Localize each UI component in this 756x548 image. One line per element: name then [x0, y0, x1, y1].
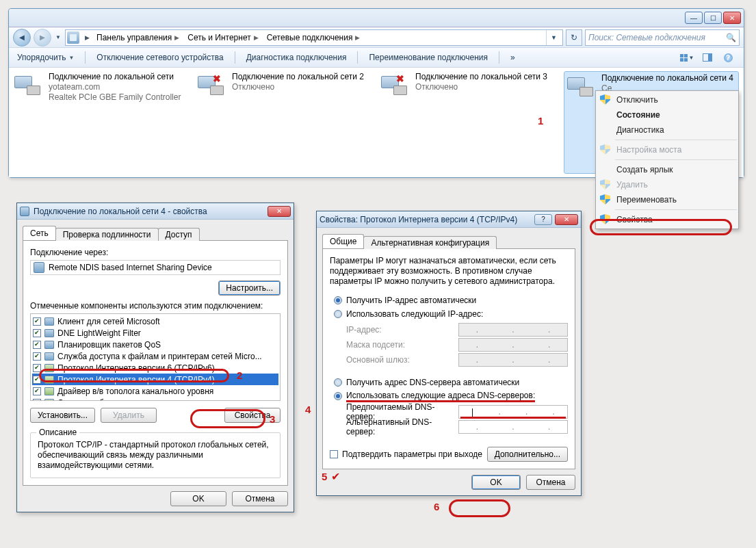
- search-icon: 🔍: [726, 33, 736, 42]
- more-commands[interactable]: »: [508, 53, 518, 62]
- help-button[interactable]: ?: [534, 214, 552, 225]
- chevron-right-icon: ▶: [82, 34, 92, 41]
- connection-item[interactable]: ✖ Подключение по локальной сети 3 Отключ…: [381, 72, 552, 173]
- nav-history-dropdown[interactable]: ▼: [54, 29, 62, 47]
- minimize-button[interactable]: —: [685, 12, 703, 24]
- component-icon: [44, 352, 54, 361]
- view-mode-button[interactable]: ▼: [677, 50, 697, 65]
- alternate-dns-input[interactable]: ...: [458, 420, 568, 434]
- help-button[interactable]: ?: [718, 50, 738, 65]
- ok-button[interactable]: OK: [170, 491, 226, 506]
- maximize-button[interactable]: ☐: [704, 12, 722, 24]
- component-icon: [44, 364, 54, 372]
- tabs: Сеть Проверка подлинности Доступ: [23, 225, 288, 240]
- address-bar: ◄ ► ▼ ▶ Панель управления ▶ Сеть и Интер…: [9, 27, 744, 47]
- component-item[interactable]: DNE LightWeight Filter: [32, 327, 278, 339]
- checkbox-checked-icon[interactable]: [33, 376, 41, 384]
- close-button[interactable]: ✕: [723, 12, 741, 24]
- component-item-selected[interactable]: Протокол Интернета версии 4 (TCP/IPv4): [32, 374, 278, 385]
- ok-button[interactable]: OK: [471, 475, 521, 490]
- component-icon: [44, 317, 54, 326]
- radio-dns-auto[interactable]: Получить адрес DNS-сервера автоматически: [334, 376, 568, 389]
- ctx-status[interactable]: Состояние: [596, 107, 738, 122]
- component-item[interactable]: Драйвер в/в тополога канального уровня: [32, 385, 278, 397]
- breadcrumb[interactable]: ▶ Панель управления ▶ Сеть и Интернет ▶ …: [65, 29, 563, 46]
- organize-menu[interactable]: Упорядочить ▼: [14, 53, 77, 62]
- preview-pane-button[interactable]: [697, 50, 718, 65]
- close-button[interactable]: ✕: [555, 214, 578, 225]
- checkbox-checked-icon[interactable]: [33, 317, 41, 326]
- tab-general[interactable]: Общие: [322, 234, 364, 248]
- ctx-label: Создать ярлык: [616, 165, 673, 174]
- connection-properties-dialog: Подключение по локальной сети 4 - свойст…: [16, 203, 294, 512]
- tab-label: Доступ: [166, 230, 192, 239]
- shield-icon: [600, 179, 610, 190]
- ip-input-disabled: ...: [458, 353, 568, 367]
- dialog-title: Свойства: Протокол Интернета версии 4 (T…: [320, 215, 517, 224]
- forward-button[interactable]: ►: [34, 29, 51, 47]
- ctx-diagnose[interactable]: Диагностика: [596, 122, 738, 138]
- separator: [357, 51, 358, 64]
- connection-item[interactable]: ✖ Подключение по локальной сети 2 Отключ…: [198, 72, 369, 173]
- back-button[interactable]: ◄: [13, 29, 31, 47]
- close-button[interactable]: ✕: [268, 206, 291, 217]
- network-adapter-icon: [567, 75, 596, 98]
- ctx-shortcut[interactable]: Создать ярлык: [596, 162, 738, 177]
- tab-alternate[interactable]: Альтернативная конфигурация: [363, 236, 497, 249]
- checkbox-checked-icon[interactable]: [33, 364, 41, 372]
- advanced-button[interactable]: Дополнительно...: [487, 447, 568, 462]
- tab-sharing[interactable]: Доступ: [158, 228, 200, 241]
- rename-button[interactable]: Переименование подключения: [366, 53, 491, 62]
- components-list[interactable]: Клиент для сетей Microsoft DNE LightWeig…: [30, 313, 281, 401]
- ctx-delete: Удалить: [596, 177, 738, 192]
- component-item[interactable]: Служба доступа к файлам и принтерам сете…: [32, 350, 278, 362]
- configure-button[interactable]: Настроить...: [218, 280, 281, 296]
- diagnose-label: Диагностика подключения: [246, 53, 347, 62]
- checkbox-checked-icon[interactable]: [33, 399, 41, 402]
- search-input[interactable]: Поиск: Сетевые подключения 🔍: [585, 29, 740, 46]
- tab-auth[interactable]: Проверка подлинности: [55, 228, 159, 241]
- ctx-rename[interactable]: Переименовать: [596, 192, 738, 207]
- annotation-circle-ok: [449, 499, 510, 517]
- cancel-button[interactable]: Отмена: [232, 491, 288, 506]
- btn-label: Свойства: [235, 410, 271, 420]
- component-item[interactable]: Клиент для сетей Microsoft: [32, 315, 278, 327]
- separator: [85, 51, 86, 64]
- breadcrumb-item[interactable]: Панель управления ▶: [92, 30, 183, 45]
- checkbox-checked-icon[interactable]: [33, 352, 41, 361]
- chevron-right-icon: ▶: [355, 34, 360, 41]
- ctx-disable[interactable]: Отключить: [596, 92, 738, 107]
- radio-dns-manual[interactable]: Использовать следующие адреса DNS-сервер…: [334, 389, 568, 403]
- radio-ip-auto[interactable]: Получить IP-адрес автоматически: [334, 293, 568, 307]
- checkbox-checked-icon[interactable]: [33, 387, 41, 395]
- component-properties-button[interactable]: Свойства: [224, 408, 281, 423]
- btn-label: Дополнительно...: [495, 449, 560, 459]
- component-item[interactable]: Ответчик обнаружения топологии канальног…: [32, 397, 278, 401]
- breadcrumb-item[interactable]: Сетевые подключения ▶: [263, 30, 365, 45]
- refresh-button[interactable]: ↻: [566, 29, 582, 46]
- address-dropdown[interactable]: ▼: [546, 30, 561, 45]
- ctx-label: Отключить: [616, 95, 658, 105]
- install-button[interactable]: Установить...: [30, 408, 95, 423]
- checkbox-checked-icon[interactable]: [33, 341, 41, 349]
- tab-panel: Подключение через: Remote NDIS based Int…: [23, 240, 288, 486]
- disable-device-button[interactable]: Отключение сетевого устройства: [94, 53, 226, 62]
- checkbox-checked-icon[interactable]: [33, 329, 41, 337]
- ctx-properties[interactable]: Свойства: [596, 212, 738, 227]
- ipv4-properties-dialog: Свойства: Протокол Интернета версии 4 (T…: [316, 211, 582, 496]
- component-item[interactable]: Протокол Интернета версии 6 (TCP/IPv6): [32, 362, 278, 374]
- connection-item[interactable]: Подключение по локальной сети yotateam.c…: [14, 72, 185, 173]
- preferred-dns-input[interactable]: |...: [458, 405, 568, 419]
- tab-network[interactable]: Сеть: [23, 226, 56, 240]
- confirm-on-exit-checkbox[interactable]: Подтвердить параметры при выходе: [330, 449, 482, 459]
- ctx-label: Удалить: [616, 180, 648, 190]
- btn-label: Отмена: [536, 478, 565, 487]
- component-icon: [44, 376, 54, 384]
- cancel-button[interactable]: Отмена: [526, 475, 575, 490]
- breadcrumb-item[interactable]: Сеть и Интернет ▶: [183, 30, 262, 45]
- diagnose-button[interactable]: Диагностика подключения: [244, 53, 350, 62]
- radio-ip-manual[interactable]: Использовать следующий IP-адрес:: [334, 307, 568, 321]
- dialog-title: Подключение по локальной сети 4 - свойст…: [34, 207, 207, 216]
- ctx-separator: [615, 159, 737, 160]
- component-item[interactable]: Планировщик пакетов QoS: [32, 339, 278, 350]
